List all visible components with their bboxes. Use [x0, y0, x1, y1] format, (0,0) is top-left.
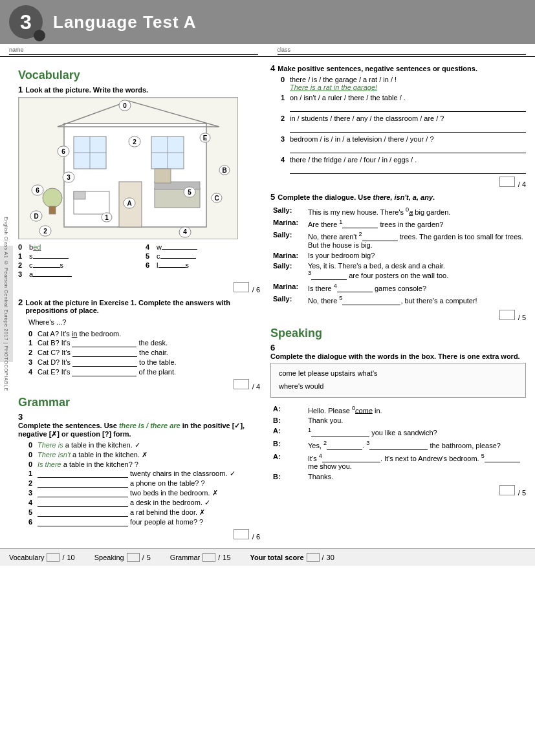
word-item-0: 0 bed	[18, 243, 133, 251]
ex6-a-1: A: Hello. Please 0come in.	[272, 404, 525, 415]
ex4-instruction: Make positive sentences, negative senten…	[278, 65, 477, 72]
ex3-item-0b: 0 There isn't a table in the kitchen. ✗	[18, 451, 260, 459]
total-score-value: 30	[327, 554, 334, 561]
speaking-score-label: Speaking	[94, 554, 124, 561]
speaking-score-box	[127, 553, 140, 562]
ex6-instruction: Complete the dialogue with the words in …	[270, 352, 520, 360]
ex3-score: 6	[256, 533, 260, 541]
grammar-score-box	[202, 553, 215, 562]
ex6-number: 6	[270, 343, 275, 352]
exercise-1: 1 Look at the picture. Write the words.	[18, 85, 260, 294]
ex4-item-4: 4 there / the fridge / are / four / in /…	[270, 156, 526, 174]
svg-text:4: 4	[183, 228, 187, 235]
ex6-a-2: A: 1 you like a sandwich?	[272, 426, 525, 438]
svg-text:2: 2	[133, 138, 136, 146]
svg-point-15	[43, 188, 62, 208]
class-field: class	[278, 47, 527, 55]
word-box-6: come let please upstairs what's where's …	[270, 363, 526, 398]
bottom-score-bar: Vocabulary / 10 Speaking / 5 Grammar / 1…	[0, 548, 535, 566]
word-item-4: 4 w	[146, 243, 260, 251]
ex5-sally-2: Sally: No, there aren't 2 trees. The gar…	[272, 230, 525, 250]
ex3-item-3: 3 two beds in the bedroom. ✗	[18, 489, 260, 497]
left-column: Vocabulary 1 Look at the picture. Write …	[18, 63, 270, 543]
svg-text:B: B	[222, 167, 226, 174]
ex2-number: 2	[18, 297, 23, 307]
unit-number: 3	[20, 10, 32, 34]
score-box-3	[234, 529, 249, 539]
ex6-b-1: B: Thank you.	[272, 416, 525, 425]
ex2-item-0: 0 Cat A? It's in the bedroom.	[18, 330, 260, 338]
ex1-score-line: / 6	[18, 282, 260, 294]
vocabulary-heading: Vocabulary	[18, 69, 260, 82]
svg-text:1: 1	[105, 214, 109, 221]
word-grid: 0 bed 4 w 1 s 5 c	[18, 243, 260, 278]
score-box-2	[234, 379, 249, 389]
ex5-score-line: / 5	[270, 310, 526, 321]
ex6-score: 5	[522, 489, 526, 497]
word-item-1: 1 s	[18, 252, 133, 260]
ex5-sally-4: Sally: No, there 5 , but there's a compu…	[272, 294, 525, 306]
score-box-4	[499, 177, 515, 187]
ex1-score: 6	[256, 286, 260, 294]
ex5-marina-3: Marina: Is there 4 games console?	[272, 282, 525, 294]
ex2-prompt: Where's ...?	[18, 317, 260, 328]
grammar-score-item: Grammar / 15	[170, 553, 231, 562]
ex2-instruction: Look at the picture in Exercise 1. Compl…	[25, 299, 260, 314]
score-box-1	[234, 282, 249, 292]
svg-text:A: A	[127, 200, 131, 207]
vocabulary-picture: 0 E B C 6	[18, 97, 238, 239]
ex3-item-4: 4 a desk in the bedroom. ✓	[18, 499, 260, 507]
class-label: class	[278, 47, 527, 53]
ex3-item-1: 1 twenty chairs in the classroom. ✓	[18, 470, 260, 478]
svg-rect-16	[49, 206, 56, 214]
svg-text:0: 0	[123, 102, 127, 109]
ex2-item-4: 4 Cat E? It's of the plant.	[18, 368, 260, 376]
score-box-5	[499, 310, 515, 320]
exercise-2: 2 Look at the picture in Exercise 1. Com…	[18, 297, 260, 391]
grammar-heading: Grammar	[18, 396, 260, 409]
svg-text:2: 2	[43, 228, 47, 235]
ex3-item-2: 2 a phone on the table? ?	[18, 479, 260, 488]
ex5-dialogue: Sally: This is my new house. There's 0a …	[270, 204, 526, 307]
ex4-score-line: / 4	[270, 177, 526, 188]
svg-text:E: E	[203, 135, 208, 142]
ex3-item-6: 6 four people at home? ?	[18, 518, 260, 526]
vocab-score-value: 10	[67, 554, 75, 561]
speaking-score-value: 5	[147, 554, 151, 561]
svg-text:3: 3	[67, 174, 71, 181]
exercise-4: 4 Make positive sentences, negative sent…	[270, 63, 526, 188]
name-label: name	[9, 47, 258, 53]
vocab-score-label: Vocabulary	[9, 554, 44, 561]
page-header: 3 Language Test A	[0, 0, 535, 44]
ex1-instruction: Look at the picture. Write the words.	[25, 86, 148, 94]
unit-number-circle: 3	[9, 5, 43, 39]
name-field: name	[9, 47, 258, 55]
ex5-marina-1: Marina: Are there 1 trees in the garden?	[272, 218, 525, 230]
word-item-5: 5 c	[146, 252, 260, 260]
ex2-item-1: 1 Cat B? It's the desk.	[18, 339, 260, 347]
ex4-item-1: 1 on / isn't / a ruler / there / the tab…	[270, 94, 526, 112]
ex5-sally-1: Sally: This is my new house. There's 0a …	[272, 206, 525, 217]
svg-text:6: 6	[36, 187, 39, 194]
ex6-dialogue: A: Hello. Please 0come in. B: Thank you.…	[270, 403, 526, 483]
total-score-label: Your total score	[250, 554, 304, 561]
ex4-item-3: 3 bedroom / is / in / a television / the…	[270, 135, 526, 153]
ex6-b-2: B: Yes, 2 . 3 the bathroom, please?	[272, 439, 525, 451]
ex5-marina-2: Marina: Is your bedroom big?	[272, 251, 525, 260]
ex6-a-3: A: It's 4 . It's next to Andrew's bedroo…	[272, 452, 525, 471]
ex2-item-2: 2 Cat C? It's the chair.	[18, 349, 260, 357]
ex3-item-5: 5 a rat behind the door. ✗	[18, 508, 260, 517]
score-box-6	[499, 485, 515, 495]
speaking-heading: Speaking	[270, 327, 526, 340]
right-column: 4 Make positive sentences, negative sent…	[270, 63, 526, 543]
ex4-score: 4	[522, 180, 526, 188]
svg-text:D: D	[34, 213, 38, 220]
page-title: Language Test A	[53, 12, 197, 32]
name-class-bar: name class	[0, 44, 535, 57]
word-item-6: 6 ls	[146, 261, 260, 269]
ex5-sally-3: Sally: Yes, it is. There's a bed, a desk…	[272, 261, 525, 281]
vocab-score-item: Vocabulary / 10	[9, 553, 75, 562]
word-item-2: 2 cs	[18, 261, 133, 269]
exercise-6: 6 Complete the dialogue with the words i…	[270, 343, 526, 497]
ex6-b-3: B: Thanks.	[272, 472, 525, 481]
